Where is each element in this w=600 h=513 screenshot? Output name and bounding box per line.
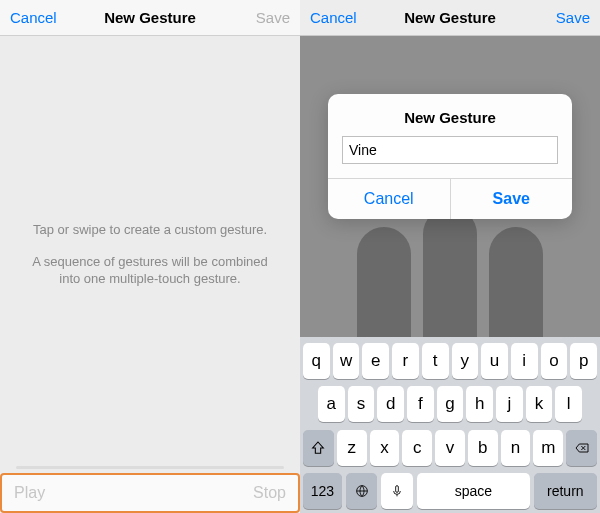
key-globe[interactable] bbox=[346, 473, 378, 509]
key-v[interactable]: v bbox=[435, 430, 465, 466]
keyboard-row: a s d f g h j k l bbox=[303, 386, 597, 422]
key-n[interactable]: n bbox=[501, 430, 531, 466]
play-button: Play bbox=[14, 484, 45, 502]
key-x[interactable]: x bbox=[370, 430, 400, 466]
cancel-button[interactable]: Cancel bbox=[310, 9, 370, 26]
save-button[interactable]: Save bbox=[530, 9, 590, 26]
key-w[interactable]: w bbox=[333, 343, 360, 379]
keyboard-row: z x c v b n m bbox=[303, 430, 597, 466]
key-z[interactable]: z bbox=[337, 430, 367, 466]
page-title: New Gesture bbox=[70, 9, 230, 26]
svg-rect-1 bbox=[396, 486, 399, 493]
backspace-icon bbox=[574, 440, 590, 456]
stop-button: Stop bbox=[253, 484, 286, 502]
key-y[interactable]: y bbox=[452, 343, 479, 379]
gesture-name-input[interactable] bbox=[342, 136, 558, 164]
mic-icon bbox=[389, 483, 405, 499]
key-dictation[interactable] bbox=[381, 473, 413, 509]
dialog-save-button[interactable]: Save bbox=[450, 179, 573, 219]
key-e[interactable]: e bbox=[362, 343, 389, 379]
screen-create-gesture: Cancel New Gesture Save Tap or swipe to … bbox=[0, 0, 300, 513]
key-return[interactable]: return bbox=[534, 473, 597, 509]
key-f[interactable]: f bbox=[407, 386, 434, 422]
navbar: Cancel New Gesture Save bbox=[0, 0, 300, 36]
dialog-cancel-button[interactable]: Cancel bbox=[328, 179, 450, 219]
key-h[interactable]: h bbox=[466, 386, 493, 422]
key-space[interactable]: space bbox=[417, 473, 530, 509]
keyboard: q w e r t y u i o p a s d f g h j k l z bbox=[300, 337, 600, 513]
keyboard-row: 123 space return bbox=[303, 473, 597, 509]
screen-name-gesture: Cancel New Gesture Save New Gesture Canc… bbox=[300, 0, 600, 513]
key-b[interactable]: b bbox=[468, 430, 498, 466]
gesture-canvas[interactable]: Tap or swipe to create a custom gesture.… bbox=[0, 36, 300, 473]
cancel-button[interactable]: Cancel bbox=[10, 9, 70, 26]
key-q[interactable]: q bbox=[303, 343, 330, 379]
key-a[interactable]: a bbox=[318, 386, 345, 422]
save-button: Save bbox=[230, 9, 290, 26]
instruction-line1: Tap or swipe to create a custom gesture. bbox=[33, 222, 267, 237]
key-c[interactable]: c bbox=[402, 430, 432, 466]
key-r[interactable]: r bbox=[392, 343, 419, 379]
page-title: New Gesture bbox=[370, 9, 530, 26]
key-i[interactable]: i bbox=[511, 343, 538, 379]
key-backspace[interactable] bbox=[566, 430, 597, 466]
scrubber-bar bbox=[16, 466, 284, 469]
key-j[interactable]: j bbox=[496, 386, 523, 422]
instruction-line2: A sequence of gestures will be combined … bbox=[24, 253, 276, 288]
key-l[interactable]: l bbox=[555, 386, 582, 422]
navbar: Cancel New Gesture Save bbox=[300, 0, 600, 36]
key-g[interactable]: g bbox=[437, 386, 464, 422]
key-t[interactable]: t bbox=[422, 343, 449, 379]
key-numbers[interactable]: 123 bbox=[303, 473, 342, 509]
key-m[interactable]: m bbox=[533, 430, 563, 466]
keyboard-row: q w e r t y u i o p bbox=[303, 343, 597, 379]
key-u[interactable]: u bbox=[481, 343, 508, 379]
dialog-title: New Gesture bbox=[328, 94, 572, 136]
toolbar: Play Stop bbox=[0, 473, 300, 513]
globe-icon bbox=[354, 483, 370, 499]
key-o[interactable]: o bbox=[541, 343, 568, 379]
name-gesture-dialog: New Gesture Cancel Save bbox=[328, 94, 572, 219]
key-p[interactable]: p bbox=[570, 343, 597, 379]
key-s[interactable]: s bbox=[348, 386, 375, 422]
dialog-buttons: Cancel Save bbox=[328, 178, 572, 219]
shift-icon bbox=[310, 440, 326, 456]
key-k[interactable]: k bbox=[526, 386, 553, 422]
key-shift[interactable] bbox=[303, 430, 334, 466]
instruction-text: Tap or swipe to create a custom gesture.… bbox=[24, 221, 276, 288]
key-d[interactable]: d bbox=[377, 386, 404, 422]
